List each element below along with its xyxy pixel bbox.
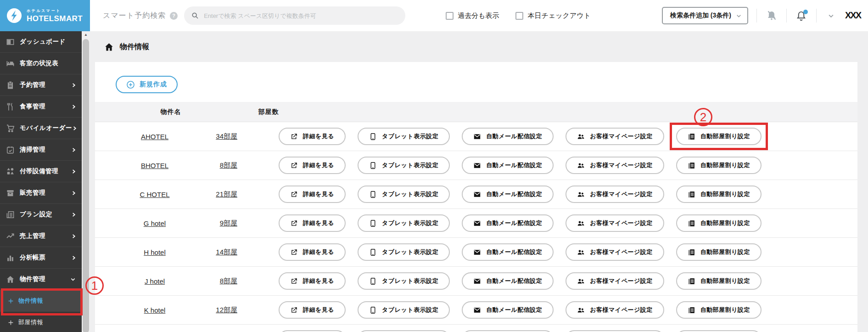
sidebar: ダッシュボード 客室の状況表 予約管理 食事管理 モバイルオーダー 清掃管理 付… <box>0 31 82 332</box>
customer-mypage-settings-button[interactable]: お客様マイページ設定 <box>566 157 664 174</box>
auto-room-assign-button[interactable]: 自動部屋割り設定 <box>676 243 762 261</box>
brand-logo[interactable]: ホテルスマート HOTELSMART <box>0 0 90 31</box>
chevron-right-icon <box>71 169 76 174</box>
help-icon[interactable]: ? <box>170 12 178 20</box>
view-details-button[interactable]: 詳細を見る <box>279 128 346 145</box>
room-count-link[interactable]: 12部屋 <box>198 306 258 315</box>
sidebar-item-calendar-check[interactable]: 清掃管理 <box>0 139 82 161</box>
auto-room-assign-button[interactable]: 自動部屋割り設定 <box>676 330 762 332</box>
property-name-link[interactable]: AHOTEL <box>111 133 198 141</box>
view-details-button[interactable]: 詳細を見る <box>279 272 346 290</box>
sidebar-item-utensils[interactable]: 食事管理 <box>0 96 82 118</box>
bell-icon[interactable] <box>795 9 808 22</box>
view-details-button[interactable]: 詳細を見る <box>279 243 346 261</box>
tablet-display-settings-button[interactable]: タブレット表示設定 <box>358 186 450 203</box>
cart-icon <box>6 124 15 133</box>
room-count-link[interactable]: 8部屋 <box>198 277 258 286</box>
property-name-link[interactable]: BHOTEL <box>111 162 198 169</box>
view-details-button[interactable]: 詳細を見る <box>279 157 346 174</box>
customer-mypage-settings-button[interactable]: お客様マイページ設定 <box>566 301 664 319</box>
search-box[interactable] <box>184 6 405 25</box>
notification-badge <box>803 10 808 14</box>
sidebar-scrollbar[interactable]: ▲ <box>82 31 90 332</box>
view-details-button[interactable]: 詳細を見る <box>279 214 346 232</box>
customer-mypage-settings-button[interactable]: お客様マイページ設定 <box>566 214 664 232</box>
account-chevron-down-icon[interactable] <box>825 9 838 22</box>
room-count-link[interactable]: 14部屋 <box>198 248 258 257</box>
create-new-button[interactable]: 新規作成 <box>116 76 178 93</box>
open-in-new-icon <box>290 219 298 227</box>
auto-mail-settings-button[interactable]: 自動メール配信設定 <box>462 214 554 232</box>
checkbox-show-past[interactable]: 過去分も表示 <box>446 11 499 20</box>
room-count-link[interactable]: 21部屋 <box>198 190 258 199</box>
auto-mail-settings-button[interactable]: 自動メール配信設定 <box>462 330 554 332</box>
auto-mail-settings-button[interactable]: 自動メール配信設定 <box>462 272 554 290</box>
sidebar-item-dashboard[interactable]: ダッシュボード <box>0 31 82 53</box>
auto-room-assign-button[interactable]: 自動部屋割り設定 <box>676 186 762 203</box>
table-header: 物件名 部屋数 <box>95 102 857 122</box>
customer-mypage-settings-button[interactable]: お客様マイページ設定 <box>566 272 664 290</box>
auto-mail-settings-button[interactable]: 自動メール配信設定 <box>462 301 554 319</box>
chevron-right-icon <box>71 255 76 261</box>
tablet-display-settings-button[interactable]: タブレット表示設定 <box>358 214 450 232</box>
auto-room-assign-button[interactable]: 自動部屋割り設定 <box>676 128 762 145</box>
view-details-button-label: 詳細を見る <box>303 277 334 285</box>
sidebar-item-bed[interactable]: 客室の状況表 <box>0 53 82 74</box>
tablet-display-settings-button[interactable]: タブレット表示設定 <box>358 272 450 290</box>
customer-mypage-settings-button[interactable]: お客様マイページ設定 <box>566 128 664 145</box>
auto-room-assign-button[interactable]: 自動部屋割り設定 <box>676 157 762 174</box>
property-name-link[interactable]: C HOTEL <box>111 191 198 198</box>
room-count-link[interactable]: 8部屋 <box>198 161 258 170</box>
auto-mail-settings-button[interactable]: 自動メール配信設定 <box>462 157 554 174</box>
room-count-link[interactable]: 9部屋 <box>198 219 258 228</box>
tablet-icon <box>369 162 377 169</box>
sidebar-item-plan[interactable]: プラン設定 <box>0 204 82 225</box>
auto-room-assign-button[interactable]: 自動部屋割り設定 <box>676 301 762 319</box>
view-details-button[interactable]: 詳細を見る <box>279 330 346 332</box>
auto-room-assign-button[interactable]: 自動部屋割り設定 <box>676 272 762 290</box>
room-count-link[interactable]: 34部屋 <box>198 132 258 141</box>
sidebar-item-chart[interactable]: 分析帳票 <box>0 247 82 269</box>
open-in-new-icon <box>290 248 298 256</box>
home-icon <box>6 275 15 284</box>
sidebar-item-home[interactable]: 物件管理 <box>0 269 82 290</box>
property-name-link[interactable]: K hotel <box>111 306 198 314</box>
customer-mypage-settings-button[interactable]: お客様マイページ設定 <box>566 330 664 332</box>
auto-mail-settings-button[interactable]: 自動メール配信設定 <box>462 128 554 145</box>
property-name-link[interactable]: G hotel <box>111 219 198 227</box>
account-logo[interactable]: XXX <box>845 11 861 20</box>
sidebar-subitem-property-info[interactable]: 物件情報 <box>0 290 82 312</box>
scrollbar-up-arrow[interactable]: ▲ <box>82 33 90 37</box>
add-search-condition-dropdown[interactable]: 検索条件追加 (3条件) <box>662 7 748 24</box>
auto-mail-settings-button-label: 自動メール配信設定 <box>486 190 542 198</box>
tablet-display-settings-button[interactable]: タブレット表示設定 <box>358 157 450 174</box>
sidebar-item-trend[interactable]: 売上管理 <box>0 225 82 247</box>
scrollbar-thumb[interactable] <box>83 39 89 332</box>
customer-mypage-settings-button[interactable]: お客様マイページ設定 <box>566 243 664 261</box>
property-name-link[interactable]: H hotel <box>111 248 198 256</box>
divider <box>756 9 757 23</box>
view-details-button[interactable]: 詳細を見る <box>279 301 346 319</box>
tablet-display-settings-button[interactable]: タブレット表示設定 <box>358 330 450 332</box>
sidebar-item-shapes[interactable]: 付帯設備管理 <box>0 161 82 182</box>
sidebar-subitem-room-info[interactable]: 部屋情報 <box>0 312 82 332</box>
bell-muted-icon[interactable] <box>765 9 778 22</box>
add-search-condition-label: 検索条件追加 (3条件) <box>670 11 731 20</box>
tablet-display-settings-button[interactable]: タブレット表示設定 <box>358 243 450 261</box>
chevron-down-icon <box>736 13 742 19</box>
auto-mail-settings-button[interactable]: 自動メール配信設定 <box>462 243 554 261</box>
view-details-button[interactable]: 詳細を見る <box>279 186 346 203</box>
sidebar-item-cart[interactable]: モバイルオーダー <box>0 118 82 139</box>
sidebar-item-box[interactable]: 販売管理 <box>0 182 82 204</box>
auto-mail-settings-button[interactable]: 自動メール配信設定 <box>462 186 554 203</box>
plus-icon <box>8 320 14 326</box>
auto-room-assign-button[interactable]: 自動部屋割り設定 <box>676 214 762 232</box>
tablet-display-settings-button[interactable]: タブレット表示設定 <box>358 301 450 319</box>
auto-mail-settings-button-label: 自動メール配信設定 <box>486 161 542 169</box>
search-input[interactable] <box>203 12 398 20</box>
customer-mypage-settings-button[interactable]: お客様マイページ設定 <box>566 186 664 203</box>
checkbox-today-checkout[interactable]: 本日チェックアウト <box>515 11 590 20</box>
tablet-display-settings-button[interactable]: タブレット表示設定 <box>358 128 450 145</box>
sidebar-item-clipboard[interactable]: 予約管理 <box>0 74 82 96</box>
property-name-link[interactable]: J hotel <box>111 277 198 285</box>
